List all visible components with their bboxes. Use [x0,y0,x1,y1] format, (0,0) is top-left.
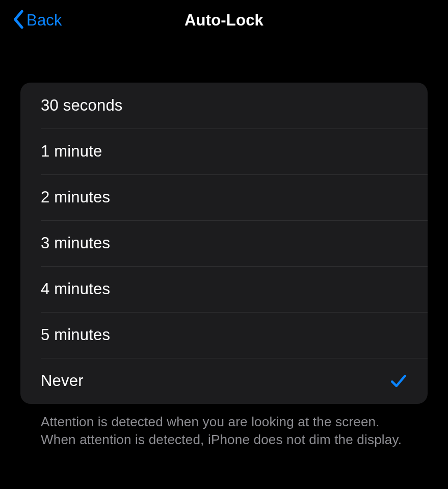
footer-description: Attention is detected when you are looki… [20,404,428,449]
option-5-minutes[interactable]: 5 minutes [20,312,428,358]
back-label: Back [27,11,62,30]
page-title: Auto-Lock [185,11,263,30]
option-label: 4 minutes [41,280,110,298]
option-30-seconds[interactable]: 30 seconds [20,83,428,128]
option-1-minute[interactable]: 1 minute [20,128,428,174]
option-label: Never [41,372,84,390]
back-button[interactable]: Back [11,10,62,31]
content-area: 30 seconds 1 minute 2 minutes 3 minutes [0,83,448,449]
auto-lock-options-group: 30 seconds 1 minute 2 minutes 3 minutes [20,83,428,404]
option-label: 3 minutes [41,234,110,252]
option-label: 1 minute [41,142,102,161]
option-label: 5 minutes [41,326,110,344]
option-never[interactable]: Never [20,358,428,404]
option-label: 30 seconds [41,96,123,115]
checkmark-icon [390,372,407,390]
option-2-minutes[interactable]: 2 minutes [20,174,428,220]
option-label: 2 minutes [41,188,110,207]
option-3-minutes[interactable]: 3 minutes [20,220,428,266]
navigation-bar: Back Auto-Lock [0,0,448,41]
option-4-minutes[interactable]: 4 minutes [20,266,428,312]
chevron-left-icon [11,10,25,31]
